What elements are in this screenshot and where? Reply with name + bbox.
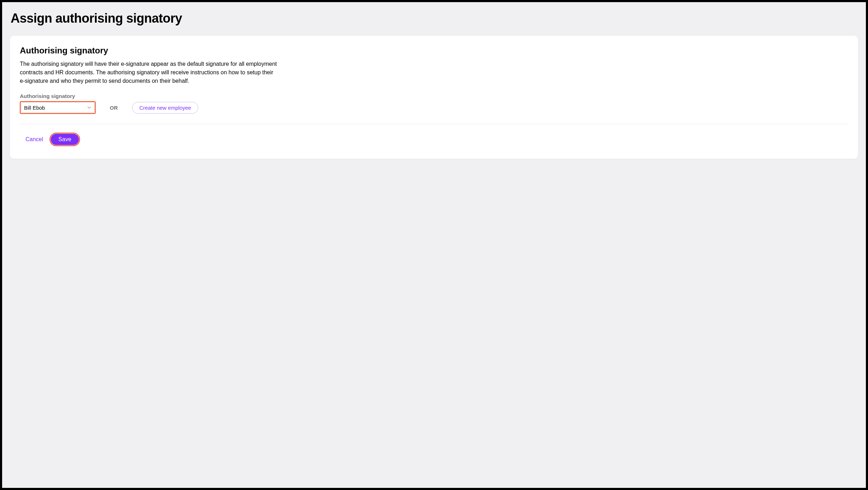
signatory-select[interactable]: Bill Ebob [20, 101, 96, 114]
page-title: Assign authorising signatory [11, 11, 858, 26]
or-label: OR [110, 105, 118, 111]
create-new-employee-button[interactable]: Create new employee [132, 102, 199, 114]
cancel-button[interactable]: Cancel [25, 136, 43, 143]
signatory-row: Bill Ebob OR Create new employee [20, 101, 848, 114]
card-description: The authorising signatory will have thei… [20, 60, 278, 85]
save-button[interactable]: Save [51, 134, 79, 145]
signatory-card: Authorising signatory The authorising si… [10, 36, 858, 159]
actions-row: Cancel Save [20, 133, 848, 146]
card-heading: Authorising signatory [20, 46, 848, 56]
divider [20, 124, 848, 124]
chevron-down-icon [87, 105, 91, 110]
signatory-select-value: Bill Ebob [24, 105, 45, 111]
save-button-highlight: Save [50, 133, 80, 146]
signatory-field-label: Authorising signatory [20, 93, 848, 99]
